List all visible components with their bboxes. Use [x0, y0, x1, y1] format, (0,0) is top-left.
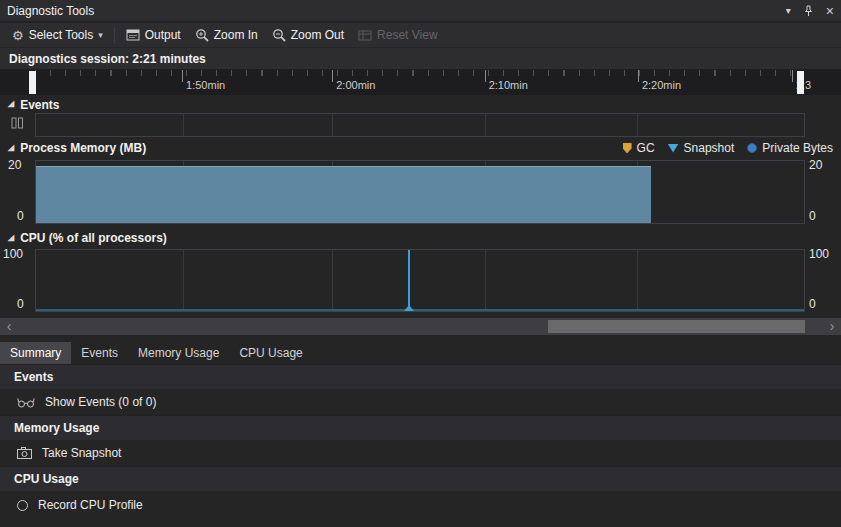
session-bar: Diagnostics session: 2:21 minutes	[0, 48, 841, 70]
tab-summary[interactable]: Summary	[0, 342, 71, 364]
cpu-ymax-left: 100	[3, 247, 23, 261]
scrollbar-thumb[interactable]	[548, 320, 806, 333]
events-track[interactable]	[35, 113, 805, 137]
show-events-label: Show Events (0 of 0)	[45, 395, 156, 409]
memory-chart[interactable]	[35, 160, 805, 224]
record-cpu-profile-label: Record CPU Profile	[38, 498, 143, 512]
snapshot-label: Snapshot	[684, 141, 735, 155]
cpu-section-label: CPU (% of all processors)	[20, 231, 167, 245]
reset-view-button[interactable]: Reset View	[351, 26, 444, 44]
pin-icon[interactable]	[803, 5, 814, 17]
gc-label: GC	[637, 141, 655, 155]
memory-ymin-left: 0	[17, 209, 24, 223]
summary-cpu-header-label: CPU Usage	[14, 472, 79, 486]
major-tick	[182, 70, 183, 82]
zoom-out-icon	[272, 28, 286, 42]
minor-ticks	[35, 70, 805, 76]
toolbar-separator	[114, 28, 115, 43]
horizontal-scrollbar[interactable]: ‹ ›	[0, 318, 841, 335]
gridline	[637, 250, 638, 311]
gridline	[637, 114, 638, 136]
summary-events-header: Events	[0, 364, 841, 389]
select-tools-label: Select Tools	[29, 28, 93, 42]
show-events-link[interactable]: Show Events (0 of 0)	[0, 389, 841, 415]
zoom-in-icon	[195, 28, 209, 42]
titlebar: Diagnostic Tools ▾ ×	[0, 0, 841, 22]
legend-private-bytes: Private Bytes	[747, 141, 833, 155]
tick-label: 2:00min	[336, 79, 375, 91]
major-tick	[638, 70, 639, 82]
memory-section-header[interactable]: ◢ Process Memory (MB)	[0, 140, 146, 156]
gridline	[183, 114, 184, 136]
memory-section-label: Process Memory (MB)	[20, 141, 146, 155]
tick-label: 1:50min	[186, 79, 225, 91]
tab-cpu-usage[interactable]: CPU Usage	[229, 342, 312, 364]
scrollbar-track[interactable]	[18, 318, 823, 335]
close-icon[interactable]: ×	[826, 4, 834, 18]
toolbar: ⚙ Select Tools ▾ Output	[0, 23, 841, 48]
scroll-left-icon[interactable]: ‹	[0, 318, 18, 335]
take-snapshot-link[interactable]: Take Snapshot	[0, 440, 841, 466]
tab-memory-usage[interactable]: Memory Usage	[128, 342, 229, 364]
take-snapshot-label: Take Snapshot	[42, 446, 121, 460]
timeline-left-handle[interactable]	[29, 71, 36, 94]
events-track-icon	[11, 117, 24, 129]
summary-cpu-header: CPU Usage	[0, 466, 841, 491]
gc-marker-icon	[623, 143, 632, 154]
cpu-ymin-right: 0	[809, 297, 816, 311]
events-section-label: Events	[20, 98, 59, 112]
reset-view-icon	[358, 29, 372, 42]
summary-events-header-label: Events	[14, 370, 53, 384]
diagnostic-tools-window: Diagnostic Tools ▾ × ⚙ Select Tools ▾	[0, 0, 841, 527]
events-section-header[interactable]: ◢ Events	[0, 97, 60, 112]
session-text: Diagnostics session: 2:21 minutes	[9, 52, 206, 66]
legend-snapshot: Snapshot	[668, 141, 735, 155]
timeline-right-handle[interactable]	[797, 71, 804, 94]
output-label: Output	[145, 28, 181, 42]
summary-memory-header-label: Memory Usage	[14, 421, 99, 435]
tab-events[interactable]: Events	[71, 342, 128, 364]
zoom-out-button[interactable]: Zoom Out	[265, 26, 351, 44]
tick-label: 2:20min	[642, 79, 681, 91]
zoom-in-button[interactable]: Zoom In	[188, 26, 265, 44]
gridline	[485, 250, 486, 311]
cpu-ymin-left: 0	[17, 297, 24, 311]
cpu-ymax-right: 100	[809, 247, 829, 261]
tick-label: 2:10min	[489, 79, 528, 91]
output-button[interactable]: Output	[119, 26, 188, 44]
reset-view-label: Reset View	[377, 28, 437, 42]
select-tools-button[interactable]: ⚙ Select Tools ▾	[5, 26, 110, 44]
scroll-right-icon[interactable]: ›	[823, 318, 841, 335]
memory-legend: GC Snapshot Private Bytes	[623, 141, 833, 155]
gridline	[332, 114, 333, 136]
memory-ymax-right: 20	[809, 158, 822, 172]
private-bytes-marker-icon	[747, 143, 757, 153]
gridline	[485, 114, 486, 136]
major-tick	[332, 70, 333, 82]
memory-ymin-right: 0	[809, 209, 816, 223]
record-cpu-profile-link[interactable]: Record CPU Profile	[0, 491, 841, 519]
record-icon	[17, 500, 28, 511]
timeline-ruler[interactable]: 1:50min 2:00min 2:10min 2:20min 2:3	[0, 70, 841, 95]
major-tick	[792, 70, 793, 82]
collapse-triangle-icon: ◢	[8, 143, 14, 152]
cpu-spike-marker-icon	[404, 305, 414, 311]
summary-memory-header: Memory Usage	[0, 415, 841, 440]
window-title: Diagnostic Tools	[7, 4, 786, 18]
camera-icon	[17, 447, 32, 459]
gridline	[332, 250, 333, 311]
cpu-chart[interactable]	[35, 249, 805, 312]
detail-tabs: Summary Events Memory Usage CPU Usage	[0, 342, 841, 364]
private-bytes-label: Private Bytes	[762, 141, 833, 155]
cpu-section-header[interactable]: ◢ CPU (% of all processors)	[0, 230, 167, 246]
window-position-chevron-icon[interactable]: ▾	[786, 6, 791, 16]
collapse-triangle-icon: ◢	[8, 99, 14, 108]
zoom-in-label: Zoom In	[214, 28, 258, 42]
collapse-triangle-icon: ◢	[8, 233, 14, 242]
gear-icon: ⚙	[12, 29, 24, 42]
memory-area-fill	[36, 166, 651, 223]
cpu-spike	[408, 250, 410, 311]
cpu-baseline	[36, 309, 804, 311]
zoom-out-label: Zoom Out	[291, 28, 344, 42]
ruler-track: 1:50min 2:00min 2:10min 2:20min 2:3	[35, 70, 805, 95]
